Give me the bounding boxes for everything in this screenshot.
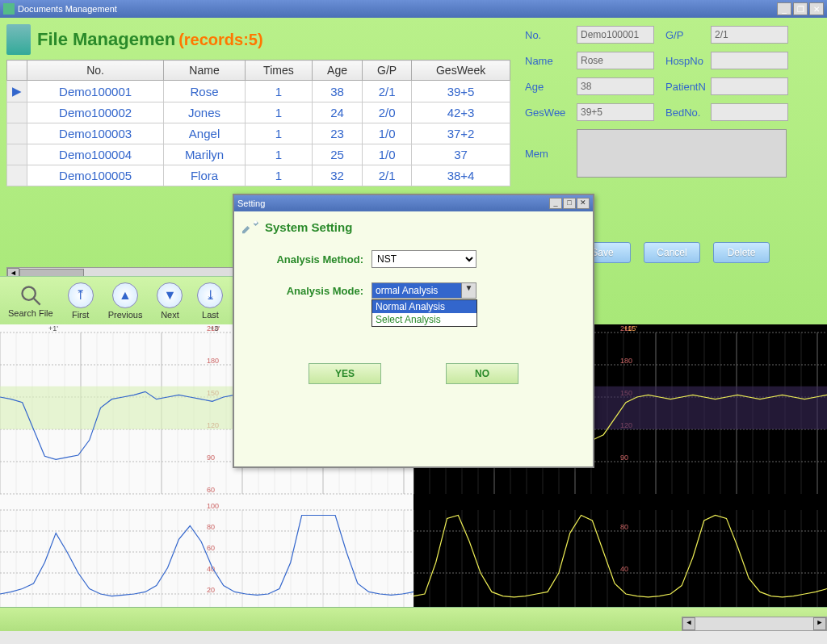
previous-button[interactable]: ▲Previous [108, 282, 143, 320]
table-row[interactable]: ▶Demo100001Rose1382/139+5 [7, 81, 510, 102]
last-button[interactable]: ⤓Last [197, 282, 223, 320]
first-button[interactable]: ⤒First [68, 282, 94, 320]
up-icon: ▲ [112, 282, 138, 308]
chevron-down-icon: ▼ [461, 283, 476, 298]
folder-icon [6, 24, 31, 55]
dialog-titlebar: Setting _ □ ✕ [234, 195, 593, 211]
close-button[interactable]: ✕ [809, 2, 824, 15]
column-header[interactable]: No. [27, 61, 164, 81]
hospno-label: HospNo [665, 55, 707, 67]
window-title: Documents Management [18, 4, 117, 14]
svg-text:+3': +3' [210, 324, 220, 332]
minimize-button[interactable]: _ [777, 2, 791, 15]
analysis-method-label: Analysis Method: [267, 253, 372, 266]
table-row[interactable]: Demo100002Jones1242/042+3 [7, 102, 510, 123]
age-label: Age [525, 81, 572, 93]
svg-text:90: 90 [620, 454, 628, 462]
last-icon: ⤓ [197, 282, 223, 308]
dialog-heading: System Setting [265, 220, 352, 234]
bedno-label: BedNo. [665, 107, 707, 119]
gp-label: G/P [665, 29, 707, 41]
analysis-method-select[interactable]: NST [372, 250, 476, 268]
column-header[interactable]: Age [312, 61, 362, 81]
svg-text:40: 40 [620, 565, 628, 573]
mem-label: Mem [525, 148, 572, 160]
dialog-title: Setting [237, 199, 265, 208]
column-header[interactable]: GesWeek [412, 61, 510, 81]
svg-text:180: 180 [620, 357, 632, 365]
patientn-field[interactable] [711, 77, 788, 95]
svg-text:80: 80 [620, 523, 628, 531]
svg-point-0 [22, 286, 35, 299]
bottom-scrollbar[interactable]: ◄ ► [682, 617, 827, 631]
analysis-mode-label: Analysis Mode: [267, 285, 372, 297]
no-field[interactable] [577, 26, 654, 44]
name-label: Name [525, 55, 572, 67]
dialog-min-button[interactable]: _ [549, 198, 562, 209]
page-title: File Managemen [37, 29, 175, 50]
gp-field[interactable] [711, 26, 788, 44]
analysis-mode-select[interactable]: ormal Analysis ▼ Normal Analysis Select … [372, 282, 476, 299]
column-header[interactable]: G/P [363, 61, 412, 81]
table-row[interactable]: Demo100004Marilyn1251/037 [7, 144, 510, 165]
svg-line-1 [33, 298, 40, 304]
dropdown-option[interactable]: Select Analysis [372, 313, 476, 326]
table-row[interactable]: Demo100003Angel1231/037+2 [7, 123, 510, 144]
cancel-button[interactable]: Cancel [644, 242, 700, 263]
setting-dialog: Setting _ □ ✕ System Setting Analysis Me… [233, 194, 594, 468]
gesweek-label: GesWee [525, 107, 572, 119]
down-icon: ▼ [157, 282, 183, 308]
dialog-max-button[interactable]: □ [563, 198, 576, 209]
svg-text:80: 80 [207, 523, 215, 531]
search-file-button[interactable]: Search File [8, 284, 53, 318]
svg-point-151 [254, 221, 258, 224]
gesweek-field[interactable] [577, 103, 654, 121]
svg-text:+1': +1' [48, 324, 58, 332]
svg-text:60: 60 [207, 544, 215, 552]
column-header[interactable]: Name [164, 61, 246, 81]
name-field[interactable] [577, 52, 654, 69]
dropdown-option[interactable]: Normal Analysis [372, 300, 476, 313]
svg-text:60: 60 [207, 486, 215, 494]
svg-text:20: 20 [207, 586, 215, 594]
age-field[interactable] [577, 77, 654, 95]
bottom-bar: ◄ ► [0, 607, 827, 631]
svg-text:100: 100 [207, 502, 219, 510]
svg-text:90: 90 [207, 454, 215, 462]
settings-icon [242, 218, 260, 236]
record-count: (records:5) [178, 31, 262, 49]
dialog-close-button[interactable]: ✕ [577, 198, 590, 209]
bedno-field[interactable] [711, 103, 788, 121]
table-row[interactable]: Demo100005Flora1322/138+4 [7, 165, 510, 186]
svg-text:180: 180 [207, 357, 219, 365]
patientn-label: PatientN [665, 81, 707, 93]
column-header[interactable]: Times [245, 61, 312, 81]
no-label: No. [525, 29, 572, 41]
records-table[interactable]: No.NameTimesAgeG/PGesWeek ▶Demo100001Ros… [6, 60, 510, 186]
delete-button[interactable]: Delete [713, 242, 770, 263]
first-icon: ⤒ [68, 282, 94, 308]
maximize-button[interactable]: ❐ [793, 2, 808, 15]
svg-text:+15': +15' [623, 324, 637, 332]
analysis-mode-dropdown: Normal Analysis Select Analysis [372, 299, 477, 327]
scroll-right-button[interactable]: ► [813, 617, 826, 630]
window-titlebar: Documents Management _ ❐ ✕ [0, 0, 827, 18]
app-icon [3, 3, 15, 15]
no-button[interactable]: NO [446, 363, 518, 384]
mem-field[interactable] [577, 129, 787, 178]
scroll-left-button[interactable]: ◄ [682, 617, 695, 630]
yes-button[interactable]: YES [309, 363, 381, 384]
hospno-field[interactable] [711, 52, 788, 69]
next-button[interactable]: ▼Next [157, 282, 183, 320]
search-icon [19, 284, 42, 307]
